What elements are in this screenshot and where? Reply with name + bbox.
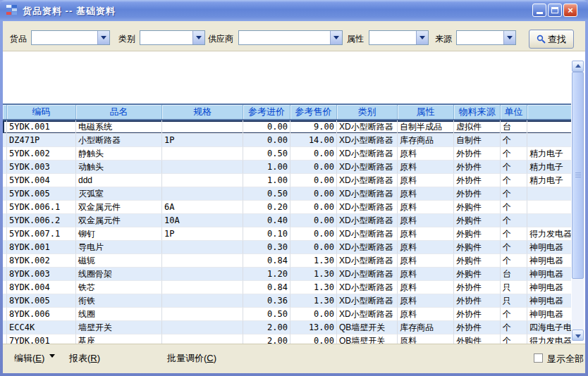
cell-spec[interactable] [162, 161, 243, 174]
column-header-name[interactable]: 品名 [76, 105, 162, 119]
cell-sell-price[interactable]: 0.00 [290, 227, 337, 241]
cell-category[interactable]: XD小型断路器 [337, 147, 398, 161]
cell-material-source[interactable]: 外购件 [454, 268, 501, 281]
cell-material-source[interactable]: 外购件 [454, 201, 501, 214]
cell-supplier[interactable]: 四海电子电器 [527, 321, 571, 334]
table-row[interactable]: 8YDK.004铁芯0.841.30XD小型断路器原料外协件只神明电器 [3, 281, 571, 294]
cell-spec[interactable] [162, 294, 243, 308]
table-row[interactable]: 8YDK.005衔铁0.361.30XD小型断路器原料外协件只神明电器 [3, 294, 571, 308]
cell-material-source[interactable]: 外购件 [454, 214, 501, 227]
cell-attribute[interactable]: 库存商品 [398, 321, 454, 334]
column-header-material-source[interactable]: 物料来源 [454, 105, 501, 119]
table-row[interactable]: 5YDK.002静触头0.500.00XD小型断路器原料外协件个精力电子 [3, 147, 571, 161]
scroll-down-button[interactable] [572, 330, 584, 341]
cell-unit[interactable]: 台 [501, 120, 527, 134]
cell-spec[interactable] [162, 120, 243, 134]
cell-supplier[interactable] [527, 187, 571, 201]
supplier-combobox[interactable] [238, 30, 343, 45]
cell-code[interactable]: 8YDK.004 [7, 281, 76, 294]
cell-supplier[interactable]: 神明电器 [527, 281, 571, 294]
cell-category[interactable]: XD小型断路器 [337, 214, 398, 227]
find-button[interactable]: 查找 [529, 30, 574, 49]
cell-supplier[interactable]: 神明电器 [527, 241, 571, 254]
cell-code[interactable]: 5YDK.006.2 [7, 214, 76, 227]
cell-unit[interactable]: 个 [501, 147, 527, 161]
cell-sell-price[interactable]: 1.30 [290, 294, 337, 308]
cell-buy-price[interactable]: 0.20 [243, 201, 290, 214]
cell-buy-price[interactable]: 0.50 [243, 187, 290, 201]
cell-name[interactable]: 导电片 [76, 241, 162, 254]
cell-spec[interactable] [162, 308, 243, 321]
table-row[interactable]: 8YDK.006线圈0.500.00XD小型断路器原料外协件个神明电器 [3, 308, 571, 321]
cell-material-source[interactable]: 外购件 [454, 254, 501, 268]
cell-category[interactable]: XD小型断路器 [337, 174, 398, 187]
table-row[interactable]: ECC4K墙壁开关2.0013.00QB墙壁开关库存商品外协件个四海电子电器 [3, 321, 571, 334]
cell-name[interactable]: 双金属元件 [76, 214, 162, 227]
cell-material-source[interactable]: 外购件 [454, 241, 501, 254]
cell-material-source[interactable]: 外协件 [454, 281, 501, 294]
column-header-unit[interactable]: 单位 [501, 105, 527, 119]
cell-category[interactable]: XD小型断路器 [337, 120, 398, 134]
cell-code[interactable]: 8YDK.001 [7, 241, 76, 254]
cell-buy-price[interactable]: 0.10 [243, 227, 290, 241]
table-row[interactable]: 8YDK.002磁轭0.841.30XD小型断路器原料外购件个神明电器 [3, 254, 571, 268]
cell-spec[interactable] [162, 187, 243, 201]
cell-name[interactable]: 小型断路器 [76, 134, 162, 147]
cell-unit[interactable]: 个 [501, 214, 527, 227]
cell-attribute[interactable]: 原料 [398, 227, 454, 241]
goods-combobox[interactable] [31, 30, 110, 45]
cell-category[interactable]: XD小型断路器 [337, 281, 398, 294]
cell-unit[interactable]: 个 [501, 227, 527, 241]
cell-category[interactable]: XD小型断路器 [337, 308, 398, 321]
cell-attribute[interactable]: 原料 [398, 294, 454, 308]
cell-category[interactable]: QB墙壁开关 [337, 321, 398, 334]
cell-attribute[interactable]: 原料 [398, 241, 454, 254]
table-row[interactable]: 5YDK.007.1铆钉1P0.100.00XD小型断路器原料外购件个得力发电器 [3, 227, 571, 241]
cell-spec[interactable]: 6A [162, 201, 243, 214]
cell-code[interactable]: 8YDK.005 [7, 294, 76, 308]
cell-spec[interactable]: 10A [162, 214, 243, 227]
cell-material-source[interactable]: 外协件 [454, 308, 501, 321]
cell-category[interactable]: XD小型断路器 [337, 134, 398, 147]
cell-spec[interactable] [162, 147, 243, 161]
cell-supplier[interactable]: 神明电器 [527, 268, 571, 281]
show-all-label[interactable]: 显示全部 [547, 353, 584, 365]
maximize-button[interactable] [548, 4, 562, 17]
cell-sell-price[interactable]: 9.00 [290, 120, 337, 134]
cell-unit[interactable]: 只 [501, 281, 527, 294]
cell-supplier[interactable] [527, 201, 571, 214]
cell-unit[interactable]: 个 [501, 187, 527, 201]
cell-category[interactable]: XD小型断路器 [337, 161, 398, 174]
chevron-down-icon[interactable] [192, 31, 204, 44]
cell-supplier[interactable]: 精力电子 [527, 161, 571, 174]
cell-category[interactable]: XD小型断路器 [337, 294, 398, 308]
cell-name[interactable]: 铁芯 [76, 281, 162, 294]
cell-name[interactable]: ddd [76, 174, 162, 187]
cell-name[interactable]: 铆钉 [76, 227, 162, 241]
cell-attribute[interactable]: 原料 [398, 254, 454, 268]
cell-material-source[interactable]: 外协件 [454, 187, 501, 201]
cell-code[interactable]: 5YDK.006.1 [7, 201, 76, 214]
cell-name[interactable]: 磁轭 [76, 254, 162, 268]
cell-category[interactable]: XD小型断路器 [337, 187, 398, 201]
supplier-combobox-value[interactable] [239, 31, 342, 44]
cell-spec[interactable]: 1P [162, 134, 243, 147]
table-row[interactable]: 5YDK.006.1双金属元件6A0.200.00XD小型断路器原料外购件个 [3, 201, 571, 214]
cell-attribute[interactable]: 原料 [398, 187, 454, 201]
cell-sell-price[interactable]: 0.00 [290, 308, 337, 321]
cell-code[interactable]: 5YDK.003 [7, 161, 76, 174]
cell-category[interactable]: XD小型断路器 [337, 201, 398, 214]
cell-unit[interactable]: 个 [501, 308, 527, 321]
cell-material-source[interactable]: 外协件 [454, 321, 501, 334]
cell-buy-price[interactable]: 1.20 [243, 268, 290, 281]
cell-attribute[interactable]: 原料 [398, 281, 454, 294]
batch-price-button[interactable]: 批量调价(C) [167, 352, 216, 365]
cell-code[interactable]: 5YDK.005 [7, 187, 76, 201]
vertical-scrollbar-thumb[interactable] [572, 72, 584, 279]
cell-unit[interactable]: 台 [501, 268, 527, 281]
column-header-sell-price[interactable]: 参考售价 [290, 105, 337, 119]
cell-buy-price[interactable]: 0.00 [243, 134, 290, 147]
cell-code[interactable]: 5YDK.004 [7, 174, 76, 187]
cell-buy-price[interactable]: 0.40 [243, 214, 290, 227]
cell-supplier[interactable]: 神明电器 [527, 308, 571, 321]
